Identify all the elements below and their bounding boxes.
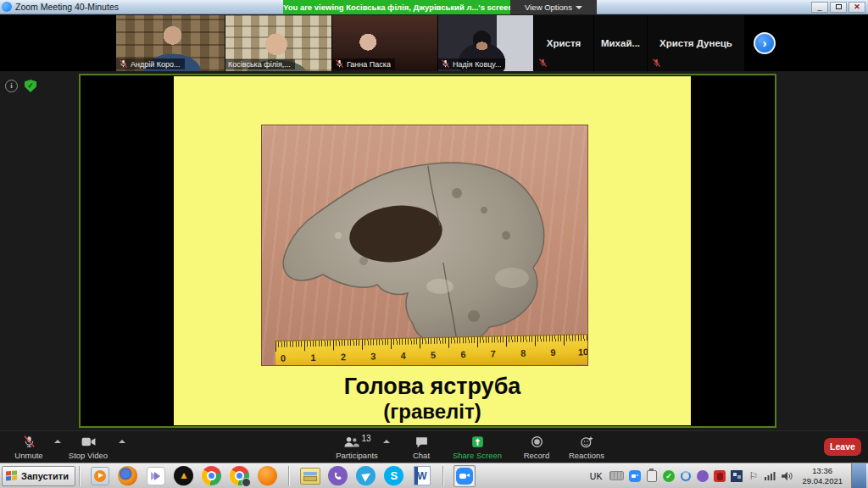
participants-options-caret[interactable] (383, 440, 390, 443)
participant-name: Надія Ковцу... (453, 60, 501, 69)
keyboard-icon[interactable] (609, 471, 624, 480)
participant-name: Ганна Паска (347, 60, 391, 69)
participant-name-chip: Андрій Коро... (116, 58, 185, 69)
participant-tile[interactable]: Ганна Паска (332, 15, 437, 71)
potplayer-icon[interactable] (89, 465, 111, 487)
taskbar-divider (288, 466, 290, 486)
muted-mic-icon (22, 435, 36, 449)
tray-guard-icon[interactable] (713, 469, 726, 482)
ruler-number: 1 (307, 352, 319, 363)
close-button[interactable]: ✕ (849, 2, 865, 13)
chrome-icon[interactable] (201, 465, 223, 487)
muted-mic-icon (119, 59, 128, 69)
reactions-button[interactable]: Reactions (565, 434, 609, 460)
participant-tile[interactable]: Михай... (594, 15, 647, 71)
viewing-banner: You are viewing Косівська філія, Джурівс… (283, 0, 510, 14)
word-icon[interactable]: W (411, 465, 433, 487)
chevron-down-icon (576, 6, 582, 9)
participant-name: Христя Дунець (648, 15, 744, 71)
zoom-app-icon (2, 2, 12, 12)
stop-video-button[interactable]: Stop Video (64, 434, 112, 460)
mic-options-caret[interactable] (54, 440, 61, 443)
tray-antivirus-icon[interactable]: ✓ (662, 469, 675, 482)
telegram-icon[interactable] (355, 465, 377, 487)
chat-label: Chat (413, 451, 430, 460)
ruler-numbers: 0 1 2 3 4 5 6 7 8 9 10 (277, 347, 588, 363)
view-options-button[interactable]: View Options (510, 0, 597, 14)
tray-clipboard-icon[interactable] (645, 469, 658, 482)
ruler-number: 2 (337, 352, 349, 362)
profile-badge (242, 478, 251, 487)
skype-icon[interactable]: S (383, 465, 405, 487)
chrome-profile-icon[interactable] (229, 465, 251, 487)
presentation-slide: 0 1 2 3 4 5 6 7 8 9 10 (174, 76, 691, 425)
ruler-number: 6 (457, 349, 469, 359)
next-participants-button[interactable]: › (754, 32, 776, 54)
record-label: Record (524, 451, 550, 460)
muted-mic-icon (652, 58, 661, 68)
ruler-number: 0 (277, 353, 289, 363)
shared-screen-area: i ✓ (0, 71, 868, 430)
kmplayer-icon[interactable] (145, 465, 167, 487)
muted-mic-icon (335, 59, 344, 69)
participant-name-chip: Надія Ковцу... (438, 58, 505, 69)
tray-windows-app-icon[interactable] (730, 469, 743, 482)
reactions-icon (579, 435, 594, 449)
muted-mic-icon (538, 58, 548, 68)
share-screen-icon (470, 435, 485, 449)
language-indicator[interactable]: UK (587, 471, 606, 481)
slide-caption-line2: (гравеліт) (174, 400, 691, 424)
system-tray: UK ✓ ⚐ 13:36 29.04.2021 (587, 463, 868, 488)
taskbar-clock[interactable]: 13:36 29.04.2021 (798, 466, 847, 486)
clock-time: 13:36 (802, 466, 843, 476)
participant-name-chip: Ганна Паска (332, 58, 395, 69)
chat-button[interactable]: Chat (407, 434, 436, 460)
windows-logo-icon (6, 470, 18, 481)
network-icon[interactable] (764, 469, 776, 482)
record-icon (530, 435, 544, 449)
camera-icon (81, 435, 97, 448)
firefox-icon[interactable] (117, 465, 139, 487)
file-manager-icon[interactable] (299, 465, 321, 487)
restore-icon (836, 4, 842, 9)
start-button[interactable]: Запустити (2, 466, 75, 486)
share-screen-button[interactable]: Share Screen (448, 434, 507, 460)
meeting-info-icon[interactable]: i (5, 80, 18, 92)
tray-zoom-icon[interactable] (628, 469, 641, 482)
artifact-photo: 0 1 2 3 4 5 6 7 8 9 10 (261, 125, 588, 366)
slide-caption-line1: Голова яструба (174, 374, 691, 400)
window-title: Zoom Meeting 40-Minutes (15, 2, 119, 12)
participant-name-chip: Косівська філія,... (225, 59, 295, 69)
participants-button[interactable]: 13 Participants (332, 434, 381, 460)
video-options-caret[interactable] (119, 440, 125, 443)
viber-icon[interactable] (327, 465, 349, 487)
participant-strip: Андрій Коро... Косівська філія,... Ганна… (0, 15, 868, 71)
encryption-shield-icon[interactable]: ✓ (25, 80, 36, 92)
orange-browser-icon[interactable] (257, 465, 279, 487)
participant-tile[interactable]: Христя (534, 15, 593, 71)
participants-icon (342, 435, 359, 449)
action-center-flag-icon[interactable]: ⚐ (747, 469, 760, 482)
show-desktop-button[interactable] (851, 463, 866, 488)
volume-icon[interactable] (781, 469, 793, 482)
windows-taskbar: Запустити ▲ S W UK ✓ (0, 463, 868, 488)
unmute-button[interactable]: Unmute (7, 434, 51, 460)
start-button-label: Запустити (21, 471, 69, 481)
minimize-button[interactable]: _ (811, 2, 828, 13)
participant-tile[interactable]: Христя Дунець (648, 15, 744, 71)
ruler: 0 1 2 3 4 5 6 7 8 9 10 (275, 334, 588, 366)
zoom-taskbar-icon-active[interactable] (453, 465, 476, 487)
slide-caption: Голова яструба (гравеліт) (174, 374, 691, 423)
title-bar: Zoom Meeting 40-Minutes You are viewing … (0, 0, 868, 14)
record-button[interactable]: Record (519, 434, 554, 460)
participants-count: 13 (361, 434, 370, 443)
leave-button[interactable]: Leave (824, 438, 861, 456)
participant-tile[interactable]: Андрій Коро... (116, 15, 225, 71)
shared-screen-frame: 0 1 2 3 4 5 6 7 8 9 10 (79, 74, 776, 428)
tray-swirl-icon[interactable] (679, 469, 692, 482)
aimp-icon[interactable]: ▲ (173, 465, 195, 487)
restore-button[interactable] (830, 2, 847, 13)
tray-viber-icon[interactable] (696, 469, 709, 482)
participant-tile-active-speaker[interactable]: Косівська філія,... (225, 15, 331, 71)
participant-tile[interactable]: Надія Ковцу... (438, 15, 533, 71)
